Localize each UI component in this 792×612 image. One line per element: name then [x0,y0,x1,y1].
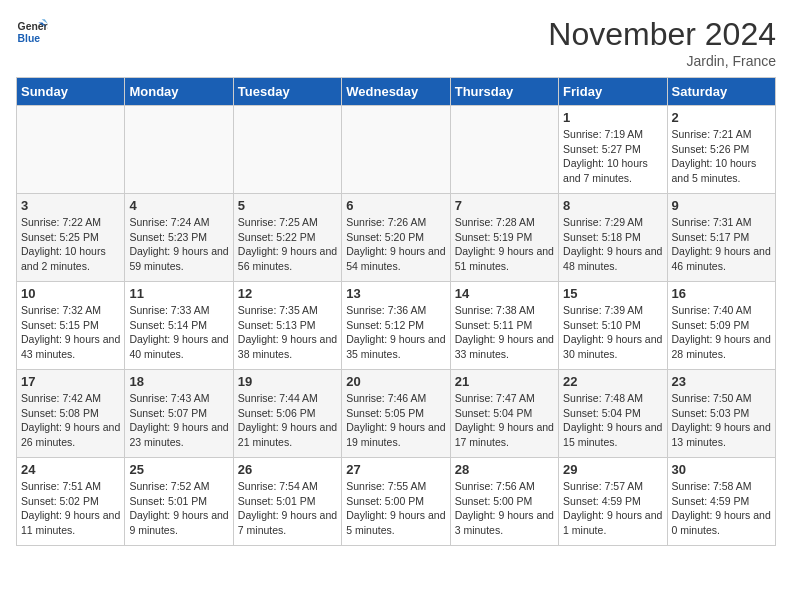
calendar-cell: 4Sunrise: 7:24 AM Sunset: 5:23 PM Daylig… [125,194,233,282]
calendar-cell [450,106,558,194]
calendar-week-5: 24Sunrise: 7:51 AM Sunset: 5:02 PM Dayli… [17,458,776,546]
day-number: 8 [563,198,662,213]
calendar-week-4: 17Sunrise: 7:42 AM Sunset: 5:08 PM Dayli… [17,370,776,458]
day-number: 4 [129,198,228,213]
calendar-cell: 26Sunrise: 7:54 AM Sunset: 5:01 PM Dayli… [233,458,341,546]
svg-text:General: General [18,21,48,32]
day-number: 3 [21,198,120,213]
day-header-monday: Monday [125,78,233,106]
day-header-sunday: Sunday [17,78,125,106]
day-info: Sunrise: 7:33 AM Sunset: 5:14 PM Dayligh… [129,303,228,362]
day-info: Sunrise: 7:51 AM Sunset: 5:02 PM Dayligh… [21,479,120,538]
calendar-cell [342,106,450,194]
calendar-cell: 17Sunrise: 7:42 AM Sunset: 5:08 PM Dayli… [17,370,125,458]
calendar-cell [233,106,341,194]
calendar-cell: 18Sunrise: 7:43 AM Sunset: 5:07 PM Dayli… [125,370,233,458]
day-header-friday: Friday [559,78,667,106]
calendar-week-3: 10Sunrise: 7:32 AM Sunset: 5:15 PM Dayli… [17,282,776,370]
calendar-cell: 22Sunrise: 7:48 AM Sunset: 5:04 PM Dayli… [559,370,667,458]
day-info: Sunrise: 7:50 AM Sunset: 5:03 PM Dayligh… [672,391,771,450]
calendar-cell: 27Sunrise: 7:55 AM Sunset: 5:00 PM Dayli… [342,458,450,546]
day-info: Sunrise: 7:43 AM Sunset: 5:07 PM Dayligh… [129,391,228,450]
calendar-table: SundayMondayTuesdayWednesdayThursdayFrid… [16,77,776,546]
calendar-cell: 13Sunrise: 7:36 AM Sunset: 5:12 PM Dayli… [342,282,450,370]
day-info: Sunrise: 7:36 AM Sunset: 5:12 PM Dayligh… [346,303,445,362]
calendar-week-2: 3Sunrise: 7:22 AM Sunset: 5:25 PM Daylig… [17,194,776,282]
calendar-cell: 8Sunrise: 7:29 AM Sunset: 5:18 PM Daylig… [559,194,667,282]
day-info: Sunrise: 7:57 AM Sunset: 4:59 PM Dayligh… [563,479,662,538]
day-number: 17 [21,374,120,389]
location: Jardin, France [548,53,776,69]
day-number: 12 [238,286,337,301]
calendar-cell: 19Sunrise: 7:44 AM Sunset: 5:06 PM Dayli… [233,370,341,458]
day-header-thursday: Thursday [450,78,558,106]
day-info: Sunrise: 7:31 AM Sunset: 5:17 PM Dayligh… [672,215,771,274]
calendar-cell: 30Sunrise: 7:58 AM Sunset: 4:59 PM Dayli… [667,458,775,546]
day-number: 26 [238,462,337,477]
day-number: 7 [455,198,554,213]
calendar-cell [17,106,125,194]
day-header-saturday: Saturday [667,78,775,106]
calendar-cell: 28Sunrise: 7:56 AM Sunset: 5:00 PM Dayli… [450,458,558,546]
day-info: Sunrise: 7:26 AM Sunset: 5:20 PM Dayligh… [346,215,445,274]
day-info: Sunrise: 7:48 AM Sunset: 5:04 PM Dayligh… [563,391,662,450]
calendar-cell: 24Sunrise: 7:51 AM Sunset: 5:02 PM Dayli… [17,458,125,546]
day-info: Sunrise: 7:46 AM Sunset: 5:05 PM Dayligh… [346,391,445,450]
calendar-cell: 25Sunrise: 7:52 AM Sunset: 5:01 PM Dayli… [125,458,233,546]
day-number: 21 [455,374,554,389]
day-info: Sunrise: 7:44 AM Sunset: 5:06 PM Dayligh… [238,391,337,450]
day-number: 27 [346,462,445,477]
calendar-week-1: 1Sunrise: 7:19 AM Sunset: 5:27 PM Daylig… [17,106,776,194]
day-info: Sunrise: 7:38 AM Sunset: 5:11 PM Dayligh… [455,303,554,362]
logo: General Blue [16,16,48,48]
calendar-cell: 11Sunrise: 7:33 AM Sunset: 5:14 PM Dayli… [125,282,233,370]
calendar-cell: 14Sunrise: 7:38 AM Sunset: 5:11 PM Dayli… [450,282,558,370]
day-info: Sunrise: 7:24 AM Sunset: 5:23 PM Dayligh… [129,215,228,274]
calendar-cell: 12Sunrise: 7:35 AM Sunset: 5:13 PM Dayli… [233,282,341,370]
day-number: 16 [672,286,771,301]
day-number: 14 [455,286,554,301]
day-number: 25 [129,462,228,477]
day-number: 24 [21,462,120,477]
calendar-cell: 5Sunrise: 7:25 AM Sunset: 5:22 PM Daylig… [233,194,341,282]
day-info: Sunrise: 7:39 AM Sunset: 5:10 PM Dayligh… [563,303,662,362]
day-info: Sunrise: 7:29 AM Sunset: 5:18 PM Dayligh… [563,215,662,274]
day-number: 1 [563,110,662,125]
day-info: Sunrise: 7:40 AM Sunset: 5:09 PM Dayligh… [672,303,771,362]
day-number: 15 [563,286,662,301]
calendar-cell: 23Sunrise: 7:50 AM Sunset: 5:03 PM Dayli… [667,370,775,458]
day-info: Sunrise: 7:58 AM Sunset: 4:59 PM Dayligh… [672,479,771,538]
day-info: Sunrise: 7:19 AM Sunset: 5:27 PM Dayligh… [563,127,662,186]
day-number: 11 [129,286,228,301]
day-info: Sunrise: 7:55 AM Sunset: 5:00 PM Dayligh… [346,479,445,538]
day-number: 18 [129,374,228,389]
title-area: November 2024 Jardin, France [548,16,776,69]
day-number: 20 [346,374,445,389]
day-number: 28 [455,462,554,477]
day-info: Sunrise: 7:35 AM Sunset: 5:13 PM Dayligh… [238,303,337,362]
day-header-tuesday: Tuesday [233,78,341,106]
calendar-cell: 9Sunrise: 7:31 AM Sunset: 5:17 PM Daylig… [667,194,775,282]
day-number: 13 [346,286,445,301]
calendar-cell [125,106,233,194]
day-info: Sunrise: 7:47 AM Sunset: 5:04 PM Dayligh… [455,391,554,450]
day-info: Sunrise: 7:32 AM Sunset: 5:15 PM Dayligh… [21,303,120,362]
day-info: Sunrise: 7:21 AM Sunset: 5:26 PM Dayligh… [672,127,771,186]
day-header-wednesday: Wednesday [342,78,450,106]
day-number: 22 [563,374,662,389]
day-info: Sunrise: 7:22 AM Sunset: 5:25 PM Dayligh… [21,215,120,274]
day-info: Sunrise: 7:28 AM Sunset: 5:19 PM Dayligh… [455,215,554,274]
calendar-cell: 21Sunrise: 7:47 AM Sunset: 5:04 PM Dayli… [450,370,558,458]
calendar-cell: 29Sunrise: 7:57 AM Sunset: 4:59 PM Dayli… [559,458,667,546]
day-info: Sunrise: 7:54 AM Sunset: 5:01 PM Dayligh… [238,479,337,538]
day-number: 10 [21,286,120,301]
calendar-cell: 10Sunrise: 7:32 AM Sunset: 5:15 PM Dayli… [17,282,125,370]
calendar-cell: 16Sunrise: 7:40 AM Sunset: 5:09 PM Dayli… [667,282,775,370]
day-number: 5 [238,198,337,213]
calendar-cell: 1Sunrise: 7:19 AM Sunset: 5:27 PM Daylig… [559,106,667,194]
calendar-cell: 20Sunrise: 7:46 AM Sunset: 5:05 PM Dayli… [342,370,450,458]
day-number: 2 [672,110,771,125]
calendar-cell: 2Sunrise: 7:21 AM Sunset: 5:26 PM Daylig… [667,106,775,194]
day-number: 29 [563,462,662,477]
calendar-cell: 15Sunrise: 7:39 AM Sunset: 5:10 PM Dayli… [559,282,667,370]
